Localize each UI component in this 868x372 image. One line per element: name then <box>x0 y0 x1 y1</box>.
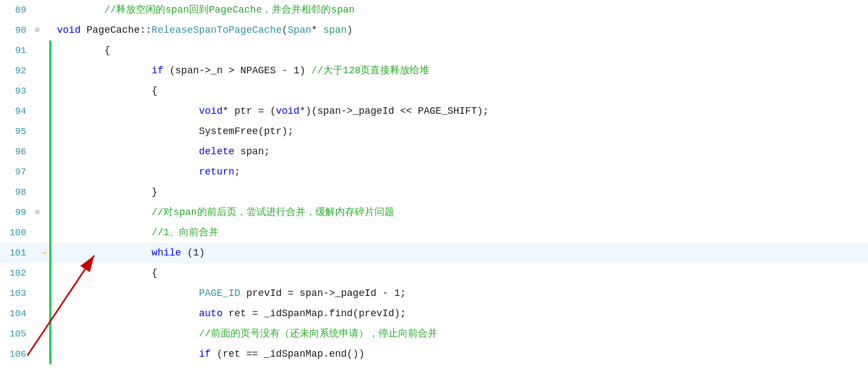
code-line: 96 delete span; <box>0 142 868 162</box>
token-kw: delete <box>199 146 234 157</box>
token-kw: if <box>199 348 211 359</box>
code-content: //前面的页号没有（还未向系统申请），停止向前合并 <box>55 324 868 344</box>
line-number: 103 <box>0 283 33 304</box>
code-line: 89 //释放空闲的span回到PageCache，并合并相邻的span <box>0 0 868 20</box>
scope-bar <box>49 283 51 304</box>
scope-bar <box>49 162 51 182</box>
line-number: 99 <box>0 202 33 223</box>
line-number: 90 <box>0 20 33 40</box>
code-line: 90⊟void PageCache::ReleaseSpanToPageCach… <box>0 20 868 40</box>
token-plain <box>57 207 152 218</box>
token-param: span <box>323 25 347 36</box>
code-content: void* ptr = (void*)(span->_pageId << PAG… <box>55 101 868 121</box>
line-number: 95 <box>0 121 33 142</box>
token-plain: * ptr = ( <box>222 106 275 117</box>
token-plain <box>57 328 199 339</box>
line-number: 92 <box>0 61 33 81</box>
code-line: 93 { <box>0 81 868 101</box>
code-content: delete span; <box>55 142 868 162</box>
token-comment: //1、向前合并 <box>152 227 219 238</box>
token-plain: (span->_n > NPAGES - 1) <box>163 65 311 76</box>
token-plain: ret = _idSpanMap.find(prevId); <box>222 308 406 319</box>
scope-bar <box>49 202 51 223</box>
token-comment: //释放空闲的span回到PageCache，并合并相邻的span <box>104 4 354 15</box>
token-plain: prevId = span->_pageId - 1; <box>240 288 406 299</box>
scope-bar <box>49 121 51 142</box>
token-fn: ReleaseSpanToPageCache <box>152 25 282 36</box>
line-number: 102 <box>0 263 33 283</box>
line-number: 106 <box>0 344 33 364</box>
token-plain: SystemFree(ptr); <box>57 126 294 137</box>
line-number: 98 <box>0 182 33 202</box>
scope-bar <box>49 324 51 344</box>
code-line: 100 //1、向前合并 <box>0 223 868 243</box>
scope-bar <box>49 0 51 20</box>
code-content: { <box>55 40 868 61</box>
token-plain: (1) <box>181 247 205 258</box>
code-line: 102 { <box>0 263 868 283</box>
token-kw: void <box>199 106 222 117</box>
code-content: //1、向前合并 <box>55 223 868 243</box>
token-plain <box>57 227 152 238</box>
token-plain: { <box>57 268 158 278</box>
token-punct: ) <box>347 25 353 36</box>
line-number: 101 <box>0 243 33 263</box>
token-comment: //大于128页直接释放给堆 <box>311 65 429 76</box>
token-kw: return <box>199 166 234 177</box>
token-plain <box>57 106 199 117</box>
token-comment: //前面的页号没有（还未向系统申请），停止向前合并 <box>199 328 438 339</box>
code-content: } <box>55 182 868 202</box>
token-plain: *)(span->_pageId << PAGE_SHIFT); <box>300 106 489 117</box>
token-plain: ; <box>234 166 240 177</box>
token-plain: } <box>57 187 158 197</box>
token-plain <box>57 65 152 76</box>
fold-indicator[interactable]: ⊟ <box>33 202 42 223</box>
code-content: return; <box>55 162 868 182</box>
code-line: 98 } <box>0 182 868 202</box>
scope-bar <box>49 344 51 364</box>
code-line: 92 if (span->_n > NPAGES - 1) //大于128页直接… <box>0 61 868 81</box>
code-content: { <box>55 81 868 101</box>
code-content: if (ret == _idSpanMap.end()) <box>55 344 868 364</box>
code-content: SystemFree(ptr); <box>55 121 868 142</box>
code-editor: 89 //释放空闲的span回到PageCache，并合并相邻的span90⊟v… <box>0 0 868 372</box>
token-kw: auto <box>199 308 222 319</box>
code-line: 101⇒ while (1) <box>0 243 868 263</box>
code-content: auto ret = _idSpanMap.find(prevId); <box>55 304 868 324</box>
token-comment: //对span的前后页，尝试进行合并，缓解内存碎片问题 <box>152 207 394 218</box>
scope-bar <box>49 40 51 61</box>
code-line: 106 if (ret == _idSpanMap.end()) <box>0 344 868 364</box>
scope-bar <box>49 243 51 263</box>
token-plain <box>57 308 199 319</box>
code-content: PAGE_ID prevId = span->_pageId - 1; <box>55 283 868 304</box>
line-number: 104 <box>0 304 33 324</box>
code-content: if (span->_n > NPAGES - 1) //大于128页直接释放给… <box>55 61 868 81</box>
code-content: void PageCache::ReleaseSpanToPageCache(S… <box>55 20 868 40</box>
scope-bar <box>49 223 51 243</box>
line-number: 93 <box>0 81 33 101</box>
scope-bar <box>49 101 51 121</box>
scope-bar <box>49 263 51 283</box>
token-plain <box>57 146 199 157</box>
scope-bar <box>49 20 51 40</box>
code-lines: 89 //释放空闲的span回到PageCache，并合并相邻的span90⊟v… <box>0 0 868 364</box>
line-number: 105 <box>0 324 33 344</box>
token-plain: { <box>57 45 110 56</box>
token-kw: while <box>152 247 181 258</box>
token-plain <box>57 166 199 177</box>
code-line: 94 void* ptr = (void*)(span->_pageId << … <box>0 101 868 121</box>
scope-bar <box>49 61 51 81</box>
code-content: while (1) <box>55 243 868 263</box>
token-plain: span; <box>234 146 270 157</box>
line-number: 96 <box>0 142 33 162</box>
token-kw: void <box>276 106 300 117</box>
fold-indicator[interactable]: ⊟ <box>33 20 42 40</box>
code-content: { <box>55 263 868 283</box>
code-line: 95 SystemFree(ptr); <box>0 121 868 142</box>
token-kw: if <box>152 65 164 76</box>
token-plain: { <box>57 85 158 96</box>
line-number: 91 <box>0 40 33 61</box>
code-line: 91 { <box>0 40 868 61</box>
scope-bar <box>49 304 51 324</box>
line-number: 94 <box>0 101 33 121</box>
